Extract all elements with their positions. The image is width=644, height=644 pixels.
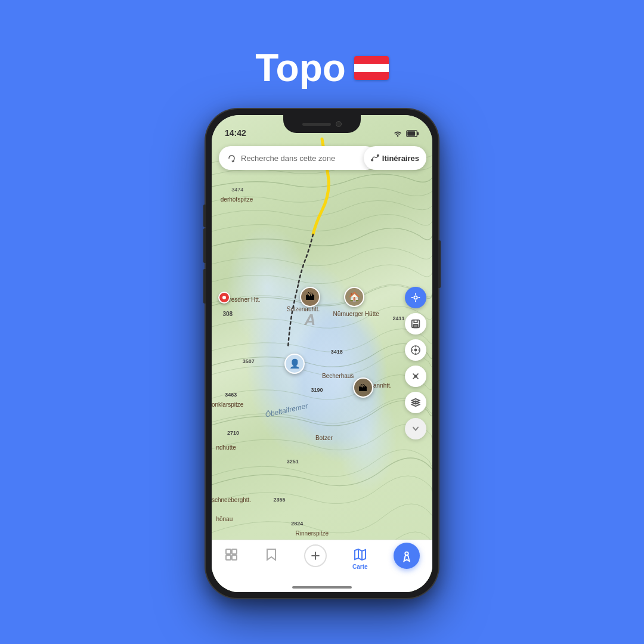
- navigate-button[interactable]: [405, 366, 426, 387]
- activity-tab[interactable]: [394, 543, 420, 569]
- label-2355: 2355: [274, 497, 286, 503]
- itineraires-button[interactable]: Itinéraires: [364, 146, 426, 170]
- power-button: [438, 240, 441, 288]
- notch: [283, 115, 361, 133]
- phone-wrapper: 14:42: [206, 109, 438, 598]
- location-button[interactable]: [405, 287, 426, 308]
- svg-point-11: [414, 375, 417, 377]
- app-title-container: Topo: [255, 46, 389, 90]
- battery-icon: [406, 130, 419, 137]
- trail-path-svg: [212, 115, 432, 592]
- search-bar[interactable]: Recherche dans cette zone: [219, 146, 377, 170]
- label-3507: 3507: [243, 358, 255, 364]
- bookmark-icon: [264, 547, 278, 562]
- svg-point-10: [414, 349, 417, 351]
- label-2710: 2710: [227, 430, 239, 436]
- camera: [336, 121, 342, 127]
- svg-point-0: [397, 135, 399, 137]
- label-honau: hönau: [216, 516, 233, 522]
- label-ndhutte: ndhütte: [216, 444, 236, 451]
- svg-rect-8: [413, 324, 417, 327]
- svg-rect-3: [417, 132, 419, 135]
- search-refresh-icon: [227, 154, 236, 163]
- map-icon: [353, 547, 367, 562]
- label-3474: 3474: [231, 187, 243, 193]
- svg-rect-13: [232, 549, 237, 554]
- poi-hut-1[interactable]: 🏔: [300, 287, 320, 307]
- save-icon: [410, 318, 421, 329]
- poi-hut-3[interactable]: 🏔: [353, 377, 373, 398]
- label-2411: 2411: [392, 315, 404, 321]
- poi-snow-1[interactable]: 👤: [284, 354, 305, 374]
- label-becherhaus: Becherhaus: [322, 373, 354, 379]
- austria-flag: [354, 56, 389, 80]
- status-icons: [392, 129, 419, 138]
- label-rinnerspitze: Rinnerspitze: [296, 530, 329, 537]
- label-schneeberghtt: schneeberghtt.: [212, 497, 251, 503]
- map-background[interactable]: Dresdner Htt. 308 3474 derhofspitze 191 …: [212, 115, 432, 592]
- label-3190: 3190: [311, 387, 323, 393]
- svg-rect-2: [407, 131, 415, 135]
- navigate-icon: [410, 371, 421, 382]
- location-icon: [410, 292, 421, 303]
- home-indicator: [292, 586, 352, 589]
- svg-point-5: [377, 154, 379, 156]
- svg-rect-14: [226, 555, 231, 560]
- label-308: 308: [223, 311, 233, 317]
- label-A-big: A: [304, 311, 315, 329]
- svg-rect-12: [226, 549, 231, 554]
- speaker: [302, 123, 331, 126]
- poi-hut-2[interactable]: 🏠: [344, 287, 364, 307]
- volume-down-button: [203, 269, 206, 304]
- label-dresdner: Dresdner Htt.: [225, 296, 260, 303]
- app-title: Topo: [255, 46, 346, 90]
- explore-tab[interactable]: [224, 547, 239, 564]
- activity-icon: [400, 549, 413, 562]
- page-background: Topo 14:42: [0, 0, 644, 644]
- add-tab[interactable]: [304, 547, 327, 567]
- phone-frame: 14:42: [206, 109, 438, 598]
- svg-point-4: [371, 159, 373, 161]
- collapse-button[interactable]: [405, 418, 426, 439]
- compass-icon: [410, 345, 421, 355]
- poi-location-pin[interactable]: [218, 292, 230, 304]
- silent-button: [203, 205, 206, 227]
- add-icon: [309, 550, 321, 562]
- action-buttons-container: [405, 287, 426, 439]
- compass-button[interactable]: [405, 339, 426, 361]
- bottom-nav: Carte: [212, 540, 432, 592]
- label-3418: 3418: [331, 349, 343, 355]
- label-nurnberger: Nürnuerger Hütte: [333, 311, 379, 317]
- svg-point-6: [414, 296, 417, 299]
- label-2824: 2824: [291, 521, 303, 527]
- chevron-down-icon: [411, 424, 420, 434]
- save-map-button[interactable]: [405, 313, 426, 335]
- itineraires-icon: [371, 154, 379, 162]
- search-bar-text: Recherche dans cette zone: [241, 154, 335, 163]
- layers-button[interactable]: [405, 392, 426, 413]
- label-3251: 3251: [287, 459, 299, 465]
- carte-label: Carte: [352, 564, 368, 570]
- label-derhofspitze: derhofspitze: [221, 196, 253, 203]
- volume-up-button: [203, 228, 206, 263]
- saved-tab[interactable]: [264, 547, 278, 564]
- status-time: 14:42: [225, 128, 246, 138]
- svg-rect-15: [232, 555, 237, 560]
- phone-screen: 14:42: [212, 115, 432, 592]
- carte-tab[interactable]: Carte: [352, 547, 368, 570]
- layers-icon: [410, 397, 421, 408]
- label-3463: 3463: [225, 392, 237, 398]
- itineraires-label: Itinéraires: [382, 154, 419, 163]
- label-botzer: Botzer: [315, 435, 333, 441]
- explore-icon: [224, 547, 239, 562]
- label-onklarspitze: onklarspitze: [212, 401, 243, 408]
- wifi-icon: [392, 129, 403, 138]
